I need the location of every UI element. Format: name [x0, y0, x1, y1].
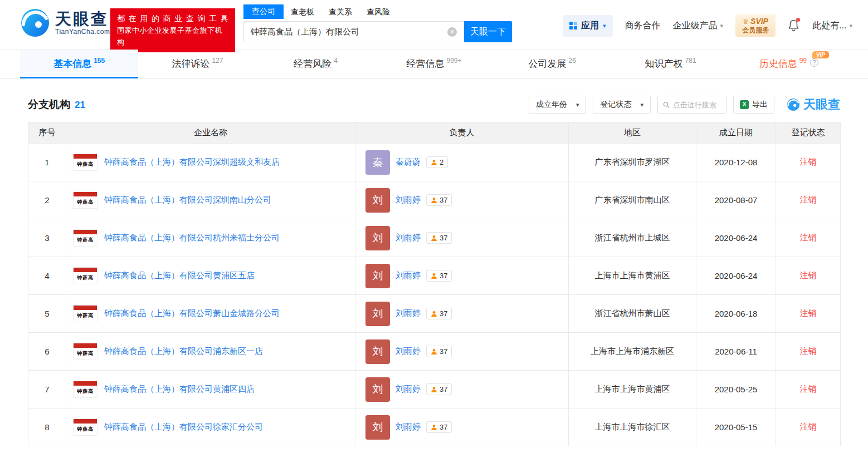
- row-index: 6: [28, 333, 66, 371]
- table-search-box[interactable]: [657, 96, 726, 114]
- person-cell: 刘 刘雨婷 37: [355, 408, 569, 446]
- avatar[interactable]: 刘: [365, 188, 390, 213]
- company-name-link[interactable]: 钟薛高食品（上海）有限公司杭州来福士分公司: [104, 233, 280, 243]
- table-row: 8 钟薛高 钟薛高食品（上海）有限公司徐家汇分公司 刘 刘雨婷 37 上海市上海…: [28, 408, 840, 446]
- search-tab-company[interactable]: 查公司: [243, 4, 284, 19]
- company-name-link[interactable]: 钟薛高食品（上海）有限公司黄浦区四店: [104, 384, 255, 395]
- avatar[interactable]: 秦: [365, 150, 390, 175]
- row-index: 8: [28, 408, 66, 446]
- relation-badge[interactable]: 37: [426, 421, 452, 433]
- date-cell: 2020-08-07: [696, 181, 776, 219]
- status-badge: 注销: [800, 346, 817, 357]
- person-cell: 刘 刘雨婷 37: [355, 333, 569, 371]
- search-tab-boss[interactable]: 查老板: [284, 6, 321, 19]
- search-input[interactable]: [243, 21, 464, 42]
- relation-count: 37: [440, 423, 447, 431]
- clear-search-icon[interactable]: ✕: [447, 27, 457, 37]
- company-name-link[interactable]: 钟薛高食品（上海）有限公司徐家汇分公司: [104, 422, 263, 432]
- avatar[interactable]: 刘: [365, 226, 390, 250]
- person-cell: 刘 刘雨婷 37: [355, 181, 569, 219]
- person-name-link[interactable]: 秦蔚蔚: [396, 157, 421, 168]
- person-icon: [431, 235, 437, 242]
- relation-count: 37: [440, 196, 447, 204]
- search-tab-relation[interactable]: 查关系: [321, 6, 359, 19]
- company-name-link[interactable]: 钟薛高食品（上海）有限公司深圳南山分公司: [104, 195, 271, 205]
- tab-operation-info[interactable]: 经营信息 999+: [375, 50, 493, 78]
- company-logo: 钟薛高: [73, 381, 97, 398]
- chevron-down-icon: ▾: [576, 101, 579, 109]
- row-index: 7: [28, 371, 66, 408]
- logo-red-band: [74, 192, 97, 196]
- tianyancha-logo[interactable]: 天眼查 TianYanCha.com: [20, 8, 110, 38]
- status-cell: 注销: [776, 219, 841, 257]
- company-logo: 钟薛高: [73, 229, 97, 247]
- company-cell: 钟薛高 钟薛高食品（上海）有限公司杭州来福士分公司: [66, 219, 355, 257]
- relation-badge[interactable]: 2: [426, 156, 448, 168]
- company-name-link[interactable]: 钟薛高食品（上海）有限公司深圳超级文和友店: [104, 157, 280, 168]
- relation-count: 37: [440, 347, 447, 356]
- company-name-link[interactable]: 钟薛高食品（上海）有限公司萧山金城路分公司: [104, 308, 280, 319]
- row-index: 2: [28, 181, 66, 219]
- chevron-down-icon: ▾: [603, 22, 606, 29]
- table-search-input[interactable]: [673, 101, 721, 109]
- company-cell: 钟薛高 钟薛高食品（上海）有限公司萧山金城路分公司: [66, 295, 355, 333]
- table-row: 3 钟薛高 钟薛高食品（上海）有限公司杭州来福士分公司 刘 刘雨婷 37 浙江省…: [28, 219, 840, 257]
- tab-basic-info[interactable]: 基本信息 155: [20, 50, 138, 78]
- relation-badge[interactable]: 37: [426, 383, 452, 395]
- status-cell: 注销: [776, 257, 841, 295]
- company-name-link[interactable]: 钟薛高食品（上海）有限公司浦东新区一店: [104, 346, 263, 357]
- date-cell: 2020-06-24: [696, 257, 776, 295]
- row-index: 4: [28, 257, 66, 295]
- avatar[interactable]: 刘: [365, 415, 390, 440]
- region-cell: 浙江省杭州市萧山区: [569, 295, 696, 333]
- apps-menu[interactable]: 应用 ▾: [563, 15, 613, 37]
- help-icon[interactable]: ?: [810, 58, 818, 67]
- person-name-link[interactable]: 刘雨婷: [396, 233, 421, 243]
- search-button[interactable]: 天眼一下: [464, 21, 512, 42]
- person-name-link[interactable]: 刘雨婷: [396, 308, 421, 319]
- svip-member-button[interactable]: ♛ SVIP 会员服务: [735, 14, 776, 36]
- company-cell: 钟薛高 钟薛高食品（上海）有限公司黄浦区四店: [66, 371, 355, 408]
- relation-badge[interactable]: 37: [426, 270, 452, 282]
- row-index: 3: [28, 219, 66, 257]
- person-name-link[interactable]: 刘雨婷: [396, 195, 421, 205]
- tab-intellectual-property[interactable]: 知识产权 781: [611, 50, 729, 78]
- relation-count: 37: [440, 234, 447, 242]
- filter-founding-year[interactable]: 成立年份 ▾: [529, 96, 587, 114]
- enterprise-products-menu[interactable]: 企业级产品 ▾: [673, 20, 724, 32]
- relation-badge[interactable]: 37: [426, 346, 452, 357]
- tab-legal-litigation[interactable]: 法律诉讼 127: [138, 50, 256, 78]
- relation-badge[interactable]: 37: [426, 194, 452, 206]
- apps-label: 应用: [581, 20, 599, 32]
- vip-badge: VIP: [812, 51, 829, 58]
- logo-red-band: [74, 343, 97, 348]
- tab-history-info[interactable]: VIP 历史信息 99 ?: [730, 50, 848, 78]
- avatar[interactable]: 刘: [365, 377, 390, 402]
- export-button[interactable]: X 导出: [733, 96, 774, 114]
- filter-registration-status[interactable]: 登记状态 ▾: [593, 96, 651, 114]
- tab-company-development[interactable]: 公司发展 26: [493, 50, 611, 78]
- relation-badge[interactable]: 37: [426, 308, 452, 319]
- person-name-link[interactable]: 刘雨婷: [396, 270, 421, 281]
- company-logo: 钟薛高: [73, 305, 97, 322]
- person-name-link[interactable]: 刘雨婷: [396, 384, 421, 395]
- notification-bell-icon[interactable]: [788, 19, 800, 32]
- date-cell: 2020-05-15: [696, 408, 776, 446]
- account-menu[interactable]: 此处有... ▾: [812, 20, 852, 32]
- avatar[interactable]: 刘: [365, 264, 390, 288]
- row-index: 1: [28, 144, 66, 181]
- status-badge: 注销: [800, 308, 817, 319]
- company-name-link[interactable]: 钟薛高食品（上海）有限公司黄浦区五店: [104, 270, 255, 281]
- person-name-link[interactable]: 刘雨婷: [396, 422, 421, 432]
- column-header-date: 成立日期: [696, 122, 776, 144]
- business-cooperation-link[interactable]: 商务合作: [625, 20, 661, 32]
- person-name-link[interactable]: 刘雨婷: [396, 346, 421, 357]
- avatar[interactable]: 刘: [365, 339, 390, 364]
- relation-badge[interactable]: 37: [426, 232, 452, 244]
- status-badge: 注销: [800, 233, 817, 243]
- tab-operation-risk[interactable]: 经营风险 4: [257, 50, 375, 78]
- avatar[interactable]: 刘: [365, 302, 390, 326]
- company-logo: 钟薛高: [73, 343, 97, 360]
- search-tab-risk[interactable]: 查风险: [359, 6, 397, 19]
- brand-domain: TianYanCha.com: [55, 28, 110, 36]
